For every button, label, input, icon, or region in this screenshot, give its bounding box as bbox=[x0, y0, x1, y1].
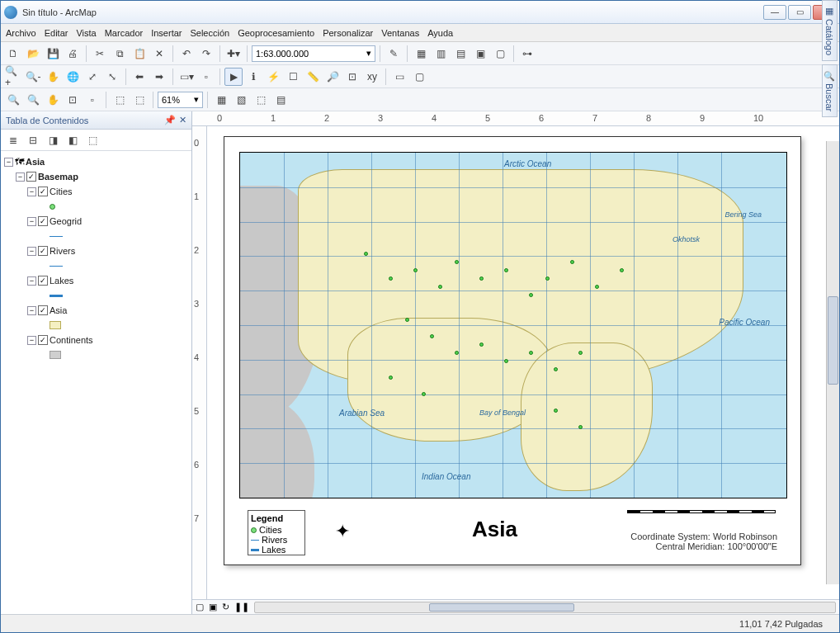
model-icon[interactable]: ⊶ bbox=[518, 45, 536, 63]
menu-editar[interactable]: Editar bbox=[45, 28, 68, 38]
identify-icon[interactable]: ℹ bbox=[244, 68, 262, 86]
paste-icon[interactable]: 📋 bbox=[130, 45, 149, 63]
menu-vista[interactable]: Vista bbox=[76, 28, 96, 38]
python-window-icon[interactable]: ▣ bbox=[471, 45, 489, 63]
expander-icon[interactable]: − bbox=[27, 217, 36, 226]
layer-continents[interactable]: − ✓ Continents bbox=[4, 333, 188, 347]
redo-icon[interactable]: ↷ bbox=[197, 45, 215, 63]
expander-icon[interactable]: − bbox=[27, 336, 36, 345]
layer-lakes[interactable]: − ✓ Lakes bbox=[4, 273, 188, 288]
undo-icon[interactable]: ↶ bbox=[177, 45, 196, 63]
menu-geoprocesamiento[interactable]: Geoprocesamiento bbox=[238, 28, 314, 38]
add-data-icon[interactable]: ✚▾ bbox=[224, 45, 243, 63]
layer-geogrid[interactable]: − ✓ Geogrid bbox=[4, 214, 188, 229]
menu-ventanas[interactable]: Ventanas bbox=[381, 28, 419, 38]
hyperlink-icon[interactable]: ⚡ bbox=[264, 68, 282, 86]
map-data-frame[interactable]: Arctic Ocean Pacific Ocean Indian Ocean … bbox=[239, 152, 787, 498]
fixed-zoom-in-icon[interactable]: ⤢ bbox=[83, 68, 101, 86]
data-frame-node[interactable]: − 🗺 Asia bbox=[4, 154, 188, 169]
focus-data-frame-icon[interactable]: ▧ bbox=[232, 91, 250, 109]
scrollbar-thumb[interactable] bbox=[828, 296, 838, 385]
map-scale-input[interactable]: 1:63.000.000▾ bbox=[252, 45, 375, 62]
list-by-source-icon[interactable]: ⊟ bbox=[24, 131, 42, 149]
menu-insertar[interactable]: Insertar bbox=[151, 28, 182, 38]
time-slider-icon[interactable]: ▭ bbox=[390, 68, 408, 86]
html-popup-icon[interactable]: ☐ bbox=[284, 68, 302, 86]
toggle-draft-icon[interactable]: ▦ bbox=[212, 91, 230, 109]
open-icon[interactable]: 📂 bbox=[24, 45, 42, 63]
layout-pan-icon[interactable]: ✋ bbox=[44, 91, 62, 109]
data-view-icon[interactable]: ▢ bbox=[196, 602, 204, 612]
print-icon[interactable]: 🖨 bbox=[64, 45, 82, 63]
pause-drawing-icon[interactable]: ❚❚ bbox=[234, 602, 249, 612]
measure-icon[interactable]: 📏 bbox=[304, 68, 322, 86]
change-layout-icon[interactable]: ⬚ bbox=[252, 91, 270, 109]
checkbox[interactable]: ✓ bbox=[38, 335, 48, 345]
cut-icon[interactable]: ✂ bbox=[91, 45, 109, 63]
refresh-icon[interactable]: ↻ bbox=[222, 602, 229, 612]
list-by-visibility-icon[interactable]: ◨ bbox=[44, 131, 62, 149]
fixed-zoom-out-icon[interactable]: ⤡ bbox=[103, 68, 121, 86]
checkbox[interactable]: ✓ bbox=[26, 172, 36, 182]
layer-asia[interactable]: − ✓ Asia bbox=[4, 303, 188, 318]
select-features-icon[interactable]: ▭▾ bbox=[177, 68, 196, 86]
checkbox[interactable]: ✓ bbox=[38, 187, 48, 196]
checkbox[interactable]: ✓ bbox=[38, 216, 48, 226]
new-icon[interactable]: 🗋 bbox=[4, 45, 22, 63]
layout-forward-icon[interactable]: ⬚ bbox=[130, 91, 149, 109]
minimize-button[interactable]: — bbox=[763, 5, 786, 20]
expander-icon[interactable]: − bbox=[27, 187, 36, 196]
menu-seleccion[interactable]: Selección bbox=[190, 28, 229, 38]
group-layer-node[interactable]: − ✓ Basemap bbox=[4, 169, 188, 184]
find-route-icon[interactable]: ⊡ bbox=[343, 68, 361, 86]
scrollbar-thumb[interactable] bbox=[429, 603, 574, 612]
save-icon[interactable]: 💾 bbox=[44, 45, 62, 63]
search-tab[interactable]: 🔍Buscar bbox=[822, 111, 838, 117]
zoom-100-icon[interactable]: ▫ bbox=[83, 91, 101, 109]
list-by-drawing-order-icon[interactable]: ≣ bbox=[4, 131, 22, 149]
copy-icon[interactable]: ⧉ bbox=[111, 45, 129, 63]
menu-personalizar[interactable]: Personalizar bbox=[323, 28, 373, 38]
pan-icon[interactable]: ✋ bbox=[44, 68, 62, 86]
expander-icon[interactable]: − bbox=[27, 247, 36, 256]
checkbox[interactable]: ✓ bbox=[38, 246, 48, 256]
zoom-in-icon[interactable]: 🔍+ bbox=[4, 68, 22, 86]
checkbox[interactable]: ✓ bbox=[38, 276, 48, 286]
data-driven-pages-icon[interactable]: ▤ bbox=[271, 91, 290, 109]
find-icon[interactable]: 🔎 bbox=[323, 68, 342, 86]
delete-icon[interactable]: ✕ bbox=[150, 45, 168, 63]
close-panel-icon[interactable]: ✕ bbox=[179, 115, 186, 125]
horizontal-scrollbar[interactable] bbox=[254, 602, 836, 613]
layout-zoom-out-icon[interactable]: 🔍 bbox=[24, 91, 42, 109]
layout-canvas[interactable]: Arctic Ocean Pacific Ocean Indian Ocean … bbox=[207, 126, 839, 599]
expander-icon[interactable]: − bbox=[4, 158, 13, 167]
forward-extent-icon[interactable]: ➡ bbox=[150, 68, 168, 86]
zoom-whole-page-icon[interactable]: ⊡ bbox=[64, 91, 82, 109]
layout-back-icon[interactable]: ⬚ bbox=[111, 91, 129, 109]
pin-icon[interactable]: 📌 bbox=[164, 115, 176, 125]
layer-cities[interactable]: − ✓ Cities bbox=[4, 184, 188, 199]
create-viewer-icon[interactable]: ▢ bbox=[410, 68, 428, 86]
checkbox[interactable]: ✓ bbox=[38, 305, 48, 315]
clear-selection-icon[interactable]: ▫ bbox=[197, 68, 215, 86]
layer-rivers[interactable]: − ✓ Rivers bbox=[4, 243, 188, 258]
menu-marcador[interactable]: Marcador bbox=[105, 28, 143, 38]
select-elements-icon[interactable]: ▶ bbox=[224, 68, 243, 86]
expander-icon[interactable]: − bbox=[16, 172, 25, 182]
zoom-out-icon[interactable]: 🔍- bbox=[24, 68, 42, 86]
vertical-scrollbar[interactable] bbox=[826, 141, 839, 584]
arctoolbox-icon[interactable]: ▤ bbox=[451, 45, 470, 63]
goto-xy-icon[interactable]: xy bbox=[363, 68, 381, 86]
menu-archivo[interactable]: Archivo bbox=[6, 28, 36, 38]
layout-zoom-input[interactable]: 61%▾ bbox=[158, 92, 203, 108]
modelbuilder-icon[interactable]: ▢ bbox=[491, 45, 509, 63]
layout-view-icon[interactable]: ▣ bbox=[209, 602, 217, 612]
full-extent-icon[interactable]: 🌐 bbox=[64, 68, 82, 86]
maximize-button[interactable]: ▭ bbox=[788, 5, 811, 20]
search-window-icon[interactable]: ▥ bbox=[432, 45, 450, 63]
expander-icon[interactable]: − bbox=[27, 306, 36, 315]
expander-icon[interactable]: − bbox=[27, 276, 36, 286]
menu-ayuda[interactable]: Ayuda bbox=[427, 28, 453, 38]
editor-toolbar-icon[interactable]: ✎ bbox=[385, 45, 403, 63]
options-icon[interactable]: ⬚ bbox=[83, 131, 101, 149]
